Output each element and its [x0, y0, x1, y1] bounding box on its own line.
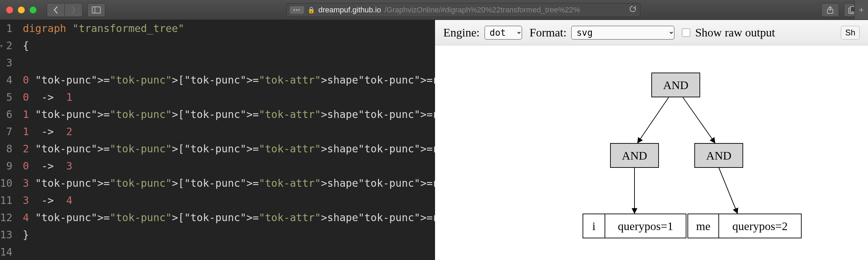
show-raw-field: Show raw output	[682, 26, 775, 39]
line-number: 7	[0, 123, 12, 140]
svg-text:AND: AND	[706, 149, 731, 162]
address-bar[interactable]: ••• 🔒 dreampuf.github.io/GraphvizOnline/…	[286, 3, 640, 17]
content-area: 1234567891011121314 digraph "transformed…	[0, 20, 868, 260]
back-button[interactable]	[47, 3, 65, 17]
close-window-button[interactable]	[6, 7, 13, 13]
node-0: AND	[652, 73, 700, 97]
share-icon[interactable]	[821, 3, 839, 17]
code-editor[interactable]: 1234567891011121314 digraph "transformed…	[0, 20, 435, 260]
line-number: 4	[0, 72, 12, 89]
node-3: AND	[695, 143, 743, 167]
line-number: 12	[0, 209, 12, 226]
svg-text:querypos=2: querypos=2	[733, 220, 788, 232]
nav-back-forward	[47, 3, 83, 17]
edge-3-4	[719, 167, 738, 214]
line-number: 9	[0, 158, 12, 175]
engine-field: Engine: dot	[443, 26, 522, 40]
line-number: 1	[0, 20, 12, 37]
line-number: 3	[0, 54, 12, 72]
svg-text:AND: AND	[622, 149, 647, 162]
svg-text:querypos=1: querypos=1	[618, 220, 673, 232]
zoom-window-button[interactable]	[30, 7, 36, 13]
svg-rect-0	[92, 7, 100, 13]
format-label: Format:	[530, 26, 567, 39]
line-number: 6	[0, 106, 12, 123]
line-number: 13	[0, 226, 12, 243]
sidebar-toggle-button[interactable]	[87, 3, 105, 17]
line-number: 11	[0, 192, 12, 209]
show-raw-label: Show raw output	[695, 26, 775, 39]
graph-viewer: Engine: dot Format: svg Show raw output …	[435, 20, 868, 260]
window-controls	[6, 7, 36, 13]
edge-0-3	[683, 97, 715, 143]
svg-text:me: me	[696, 220, 710, 232]
line-number: 14	[0, 243, 12, 260]
show-raw-checkbox[interactable]	[682, 29, 690, 37]
forward-button[interactable]	[65, 3, 83, 17]
node-2: iquerypos=1	[583, 214, 686, 238]
node-4: mequerypos=2	[688, 214, 801, 238]
line-number: 2	[0, 37, 12, 54]
node-1: AND	[610, 143, 659, 167]
new-tab-button[interactable]: +	[854, 0, 868, 19]
format-select[interactable]: svg	[571, 26, 674, 40]
rendered-graph-svg: ANDANDANDiquerypos=1mequerypos=2	[435, 45, 868, 260]
line-number: 5	[0, 89, 12, 106]
minimize-window-button[interactable]	[18, 7, 25, 13]
svg-text:i: i	[592, 220, 595, 232]
edge-0-1	[637, 97, 669, 143]
line-number-gutter: 1234567891011121314	[0, 20, 20, 260]
viewer-toolbar: Engine: dot Format: svg Show raw output …	[435, 20, 868, 45]
line-number: 8	[0, 140, 12, 158]
engine-label: Engine:	[443, 26, 480, 39]
url-host: dreampuf.github.io	[318, 6, 381, 14]
format-field: Format: svg	[530, 26, 675, 40]
browser-titlebar: ••• 🔒 dreampuf.github.io/GraphvizOnline/…	[0, 0, 868, 20]
reload-icon[interactable]	[629, 5, 637, 15]
engine-select[interactable]: dot	[485, 26, 522, 40]
url-path: /GraphvizOnline/#digraph%20%22transforme…	[384, 6, 580, 14]
lock-icon: 🔒	[307, 6, 315, 14]
share-button[interactable]: Sh	[841, 26, 860, 40]
reader-mode-icon[interactable]: •••	[290, 6, 304, 14]
svg-text:AND: AND	[663, 79, 688, 91]
line-number: 10	[0, 175, 12, 192]
graph-canvas[interactable]: ANDANDANDiquerypos=1mequerypos=2	[435, 45, 868, 260]
